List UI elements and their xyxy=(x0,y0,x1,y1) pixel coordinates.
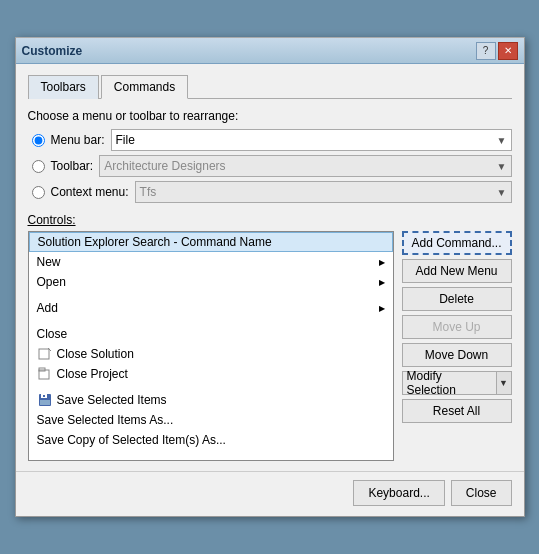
radio-group: Menu bar: File ▼ Toolbar: Architecture D… xyxy=(28,129,512,203)
menu-bar-dropdown[interactable]: File ▼ xyxy=(111,129,512,151)
delete-button[interactable]: Delete xyxy=(402,287,512,311)
tab-toolbars[interactable]: Toolbars xyxy=(28,75,99,99)
add-new-menu-button[interactable]: Add New Menu xyxy=(402,259,512,283)
list-item-text: Open xyxy=(37,275,66,289)
close-solution-icon xyxy=(37,346,53,362)
list-item[interactable]: Save Copy of Selected Item(s) As... xyxy=(29,430,393,450)
move-up-button[interactable]: Move Up xyxy=(402,315,512,339)
close-button[interactable]: Close xyxy=(451,480,512,506)
save-icon xyxy=(37,392,53,408)
window-close-button[interactable]: ✕ xyxy=(498,42,518,60)
menu-bar-arrow-icon: ▼ xyxy=(497,135,507,146)
list-item[interactable]: Save Selected Items xyxy=(29,390,393,410)
toolbar-row: Toolbar: Architecture Designers ▼ xyxy=(32,155,512,177)
help-button[interactable]: ? xyxy=(476,42,496,60)
list-item[interactable]: Close Project xyxy=(29,364,393,384)
move-down-button[interactable]: Move Down xyxy=(402,343,512,367)
context-menu-arrow-icon: ▼ xyxy=(497,187,507,198)
commands-list-scroll[interactable]: Solution Explorer Search - Command Name … xyxy=(29,232,393,460)
context-menu-value: Tfs xyxy=(140,185,157,199)
window-title: Customize xyxy=(22,44,83,58)
main-content: Toolbars Commands Choose a menu or toolb… xyxy=(16,64,524,471)
choose-label: Choose a menu or toolbar to rearrange: xyxy=(28,109,512,123)
modify-selection-dropdown-arrow[interactable]: ▼ xyxy=(496,371,512,395)
toolbar-dropdown[interactable]: Architecture Designers ▼ xyxy=(99,155,511,177)
keyboard-button[interactable]: Keyboard... xyxy=(353,480,444,506)
context-menu-dropdown[interactable]: Tfs ▼ xyxy=(135,181,512,203)
list-item[interactable]: Close Solution xyxy=(29,344,393,364)
add-command-button[interactable]: Add Command... xyxy=(402,231,512,255)
list-item-text: Close xyxy=(37,327,68,341)
context-menu-row: Context menu: Tfs ▼ xyxy=(32,181,512,203)
list-item-text: Add xyxy=(37,301,58,315)
tab-commands[interactable]: Commands xyxy=(101,75,188,99)
svg-rect-6 xyxy=(40,400,50,405)
svg-rect-7 xyxy=(43,395,45,397)
toolbar-label: Toolbar: xyxy=(51,159,94,173)
modify-selection-button[interactable]: Modify Selection xyxy=(402,371,496,395)
title-bar-controls: ? ✕ xyxy=(476,42,518,60)
list-item-text: Save Copy of Selected Item(s) As... xyxy=(37,433,226,447)
toolbar-radio[interactable] xyxy=(32,160,45,173)
menu-bar-row: Menu bar: File ▼ xyxy=(32,129,512,151)
bottom-bar: Keyboard... Close xyxy=(16,471,524,516)
list-item[interactable]: Add xyxy=(29,298,393,318)
list-item[interactable]: Close xyxy=(29,324,393,344)
modify-selection-split-button: Modify Selection ▼ xyxy=(402,371,512,395)
list-item-text: Save Selected Items As... xyxy=(37,413,174,427)
toolbar-arrow-icon: ▼ xyxy=(497,161,507,172)
svg-rect-0 xyxy=(39,349,49,359)
list-item[interactable]: New xyxy=(29,252,393,272)
customize-window: Customize ? ✕ Toolbars Commands Choose a… xyxy=(15,37,525,517)
context-menu-label: Context menu: xyxy=(51,185,129,199)
controls-label: Controls: xyxy=(28,213,512,227)
close-project-icon xyxy=(37,366,53,382)
menu-bar-label: Menu bar: xyxy=(51,133,105,147)
list-item-text: Save Selected Items xyxy=(57,393,167,407)
list-item[interactable]: Solution Explorer Search - Command Name xyxy=(29,232,393,252)
controls-area: Solution Explorer Search - Command Name … xyxy=(28,231,512,461)
tab-bar: Toolbars Commands xyxy=(28,74,512,99)
button-panel: Add Command... Add New Menu Delete Move … xyxy=(402,231,512,461)
menu-bar-radio[interactable] xyxy=(32,134,45,147)
menu-bar-value: File xyxy=(116,133,135,147)
list-item[interactable]: Open xyxy=(29,272,393,292)
title-bar: Customize ? ✕ xyxy=(16,38,524,64)
list-item[interactable]: Save Selected Items As... xyxy=(29,410,393,430)
list-item-text: Solution Explorer Search - Command Name xyxy=(38,235,272,249)
list-item-text: New xyxy=(37,255,61,269)
list-item-text: Close Project xyxy=(57,367,128,381)
toolbar-value: Architecture Designers xyxy=(104,159,225,173)
context-menu-radio[interactable] xyxy=(32,186,45,199)
list-item-text: Close Solution xyxy=(57,347,134,361)
commands-list-container: Solution Explorer Search - Command Name … xyxy=(28,231,394,461)
reset-all-button[interactable]: Reset All xyxy=(402,399,512,423)
